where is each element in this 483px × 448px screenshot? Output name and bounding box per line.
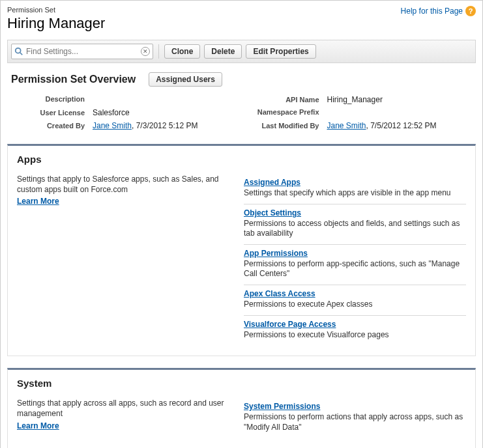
svg-point-0 <box>16 48 21 53</box>
search-icon <box>14 47 23 56</box>
label-description: Description <box>11 95 93 103</box>
apps-blurb: Settings that apply to Salesforce apps, … <box>17 175 219 194</box>
label-created-by: Created By <box>11 122 93 130</box>
label-namespace-prefix: Namespace Prefix <box>246 108 327 116</box>
modified-by-date: , 7/5/2012 12:52 PM <box>366 121 437 130</box>
object-settings-link[interactable]: Object Settings <box>244 208 301 217</box>
label-modified-by: Last Modified By <box>246 122 327 130</box>
modified-by-user-link[interactable]: Jane Smith <box>327 121 366 130</box>
created-by-date: , 7/3/2012 5:12 PM <box>132 121 198 130</box>
app-permissions-desc: Permissions to perform app-specific acti… <box>244 259 466 279</box>
search-wrap: ✕ <box>11 44 153 59</box>
apex-class-access-desc: Permissions to execute Apex classes <box>244 300 466 310</box>
app-permissions-link[interactable]: App Permissions <box>244 249 308 258</box>
assigned-apps-link[interactable]: Assigned Apps <box>244 178 300 187</box>
system-permissions-desc: Permissions to perform actions that appl… <box>244 412 466 432</box>
visualforce-page-access-link[interactable]: Visualforce Page Access <box>244 320 336 329</box>
toolbar: ✕ Clone Delete Edit Properties <box>7 40 476 63</box>
page-pretitle: Permission Set <box>7 6 105 14</box>
system-learn-more-link[interactable]: Learn More <box>17 421 59 431</box>
created-by-user-link[interactable]: Jane Smith <box>93 121 132 130</box>
help-link[interactable]: Help for this Page ? <box>401 6 476 16</box>
visualforce-page-access-desc: Permissions to execute Visualforce pages <box>244 330 466 341</box>
edit-properties-button[interactable]: Edit Properties <box>246 44 315 59</box>
system-blurb: Settings that apply across all apps, suc… <box>17 399 224 418</box>
assigned-users-button[interactable]: Assigned Users <box>149 72 222 87</box>
page-title: Hiring Manager <box>7 15 105 32</box>
apex-class-access-link[interactable]: Apex Class Access <box>244 289 315 298</box>
delete-button[interactable]: Delete <box>204 44 242 59</box>
object-settings-desc: Permissions to access objects and fields… <box>244 219 466 239</box>
label-user-license: User License <box>11 109 93 117</box>
clear-icon[interactable]: ✕ <box>141 47 150 56</box>
divider <box>158 44 159 59</box>
system-title: System <box>17 378 466 389</box>
assigned-apps-desc: Settings that specify which apps are vis… <box>244 188 466 199</box>
search-input[interactable] <box>23 46 141 57</box>
clone-button[interactable]: Clone <box>164 44 200 59</box>
label-api-name: API Name <box>246 96 327 104</box>
svg-line-1 <box>20 53 23 55</box>
help-icon: ? <box>465 6 476 16</box>
apps-section: Apps Settings that apply to Salesforce a… <box>7 144 476 356</box>
system-section: System Settings that apply across all ap… <box>7 368 476 448</box>
help-link-text: Help for this Page <box>401 7 463 16</box>
apps-title: Apps <box>17 154 466 165</box>
apps-learn-more-link[interactable]: Learn More <box>17 196 59 206</box>
system-permissions-link[interactable]: System Permissions <box>244 402 320 411</box>
value-user-license: Salesforce <box>93 108 130 117</box>
value-api-name: Hiring_Manager <box>327 95 383 104</box>
overview-title: Permission Set Overview <box>11 74 136 85</box>
